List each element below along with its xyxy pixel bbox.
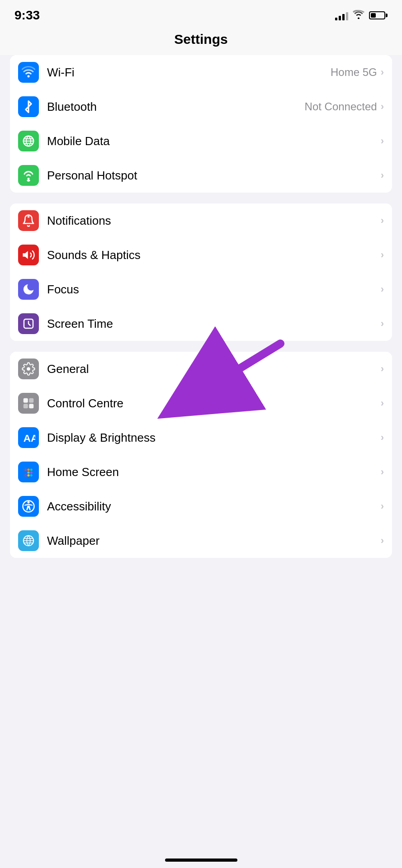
control-centre-label: Control Centre <box>47 396 381 410</box>
mobile-data-svg <box>22 134 35 148</box>
bluetooth-icon <box>18 96 39 117</box>
wallpaper-row[interactable]: Wallpaper › <box>10 524 392 558</box>
page-header: Settings <box>0 27 402 55</box>
focus-svg <box>22 283 35 296</box>
sounds-svg <box>22 248 35 262</box>
focus-icon <box>18 279 39 300</box>
general-label: General <box>47 362 381 376</box>
notifications-section: Notifications › Sounds & Haptics › Focus… <box>10 203 392 341</box>
signal-icon <box>335 10 348 20</box>
home-screen-row[interactable]: Home Screen › <box>10 455 392 489</box>
screen-time-label: Screen Time <box>47 317 381 331</box>
svg-point-18 <box>30 469 33 471</box>
display-section: General › Control Centre › AA Display & … <box>10 352 392 558</box>
wifi-chevron: › <box>381 66 384 78</box>
control-centre-row[interactable]: Control Centre › <box>10 386 392 420</box>
display-brightness-chevron: › <box>381 432 384 443</box>
battery-icon <box>369 11 388 19</box>
accessibility-label: Accessibility <box>47 500 381 514</box>
connectivity-section: Wi-Fi Home 5G › Bluetooth Not Connected … <box>10 55 392 193</box>
sounds-label: Sounds & Haptics <box>47 248 381 262</box>
wifi-icon <box>18 62 39 83</box>
hotspot-row[interactable]: Personal Hotspot › <box>10 158 392 193</box>
svg-rect-12 <box>29 398 33 403</box>
page-title: Settings <box>174 32 227 47</box>
general-row[interactable]: General › <box>10 352 392 386</box>
notifications-svg <box>22 214 35 227</box>
screen-time-chevron: › <box>381 318 384 330</box>
home-screen-label: Home Screen <box>47 465 381 479</box>
hotspot-svg <box>22 169 35 182</box>
focus-row[interactable]: Focus › <box>10 272 392 307</box>
general-chevron: › <box>381 363 384 375</box>
accessibility-chevron: › <box>381 500 384 512</box>
svg-point-22 <box>24 474 27 476</box>
screen-time-row[interactable]: Screen Time › <box>10 307 392 341</box>
svg-point-25 <box>28 501 30 504</box>
sounds-icon <box>18 245 39 265</box>
svg-point-21 <box>30 472 33 474</box>
focus-label: Focus <box>47 283 381 297</box>
hotspot-label: Personal Hotspot <box>47 169 381 183</box>
wifi-svg <box>22 66 35 79</box>
svg-rect-13 <box>24 404 28 408</box>
svg-point-8 <box>29 287 31 288</box>
screen-time-icon <box>18 313 39 334</box>
notifications-chevron: › <box>381 215 384 226</box>
notifications-label: Notifications <box>47 214 381 228</box>
status-bar: 9:33 <box>0 0 402 27</box>
svg-point-16 <box>24 469 27 471</box>
svg-rect-11 <box>24 398 28 403</box>
sounds-row[interactable]: Sounds & Haptics › <box>10 238 392 272</box>
wallpaper-label: Wallpaper <box>47 534 381 548</box>
general-icon <box>18 359 39 379</box>
accessibility-icon <box>18 496 39 517</box>
svg-marker-7 <box>23 251 28 259</box>
mobile-data-label: Mobile Data <box>47 134 381 148</box>
notifications-row[interactable]: Notifications › <box>10 203 392 238</box>
general-svg <box>22 362 35 376</box>
svg-point-24 <box>30 474 33 476</box>
accessibility-row[interactable]: Accessibility › <box>10 489 392 524</box>
wifi-status-icon <box>353 10 364 21</box>
control-centre-svg <box>22 396 35 410</box>
bluetooth-chevron: › <box>381 101 384 113</box>
mobile-data-icon <box>18 131 39 151</box>
status-time: 9:33 <box>14 8 40 23</box>
focus-chevron: › <box>381 283 384 295</box>
wallpaper-svg <box>22 534 35 547</box>
svg-point-10 <box>27 367 30 371</box>
wallpaper-icon <box>18 530 39 551</box>
hotspot-icon <box>18 165 39 186</box>
home-indicator <box>165 859 237 862</box>
svg-point-19 <box>24 472 27 474</box>
svg-point-0 <box>28 75 30 77</box>
mobile-data-chevron: › <box>381 135 384 147</box>
bluetooth-svg <box>22 100 35 113</box>
svg-point-17 <box>28 469 30 471</box>
wallpaper-chevron: › <box>381 535 384 547</box>
accessibility-svg <box>22 500 35 513</box>
display-brightness-svg: AA <box>22 431 35 444</box>
bluetooth-value: Not Connected <box>305 100 377 113</box>
wifi-row[interactable]: Wi-Fi Home 5G › <box>10 55 392 90</box>
wifi-value: Home 5G <box>331 66 377 79</box>
svg-rect-14 <box>29 404 33 408</box>
notifications-icon <box>18 210 39 231</box>
svg-point-23 <box>28 474 30 476</box>
svg-text:AA: AA <box>24 433 35 444</box>
wifi-label: Wi-Fi <box>47 66 331 80</box>
sounds-chevron: › <box>381 249 384 261</box>
bluetooth-row[interactable]: Bluetooth Not Connected › <box>10 90 392 124</box>
svg-point-5 <box>28 178 30 180</box>
svg-point-20 <box>28 472 30 474</box>
home-screen-chevron: › <box>381 466 384 478</box>
hotspot-chevron: › <box>381 170 384 181</box>
home-screen-svg <box>22 465 35 479</box>
display-brightness-label: Display & Brightness <box>47 431 381 445</box>
display-brightness-icon: AA <box>18 427 39 448</box>
mobile-data-row[interactable]: Mobile Data › <box>10 124 392 158</box>
display-brightness-row[interactable]: AA Display & Brightness › <box>10 420 392 455</box>
home-screen-icon <box>18 462 39 482</box>
control-centre-icon <box>18 393 39 414</box>
